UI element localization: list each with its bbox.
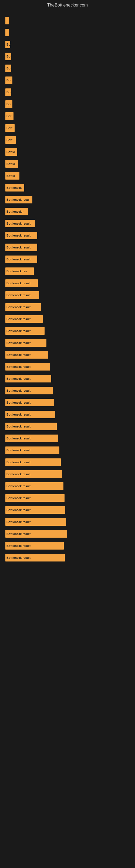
- bar-9: Bott: [5, 124, 14, 132]
- bar-33: Bottleneck result: [5, 411, 55, 418]
- bar-36: Bottleneck result: [5, 446, 59, 454]
- bar-28: Bottleneck result: [5, 351, 48, 359]
- bar-29: Bottleneck result: [5, 363, 50, 371]
- bar-2: Bo: [5, 41, 10, 48]
- bar-38: Bottleneck result: [5, 470, 62, 478]
- bar-13: Bottle: [5, 172, 19, 180]
- bar-22: Bottleneck result: [5, 279, 38, 287]
- bar-row: Bottleneck result: [5, 410, 130, 420]
- bar-row: Bottleneck result: [5, 493, 130, 503]
- bar-7: Bot: [5, 100, 12, 108]
- bar-44: Bottleneck result: [5, 542, 64, 550]
- bar-row: Bo: [5, 63, 130, 73]
- bar-31: Bottleneck result: [5, 387, 53, 394]
- bar-1: [5, 29, 9, 36]
- bar-37: Bottleneck result: [5, 458, 61, 466]
- bar-3: Bo: [5, 53, 11, 60]
- bar-row: Bottle: [5, 147, 130, 157]
- bar-39: Bottleneck result: [5, 482, 63, 490]
- bar-row: Bot: [5, 99, 130, 109]
- bar-row: Bottleneck: [5, 183, 130, 193]
- bar-21: Bottleneck res: [5, 268, 34, 275]
- bar-row: Bottleneck result: [5, 433, 130, 443]
- bar-row: Bott: [5, 123, 130, 133]
- bar-18: Bottleneck result: [5, 231, 37, 239]
- bar-row: Bottleneck result: [5, 314, 130, 324]
- bar-row: Bottle: [5, 159, 130, 169]
- bar-row: Bot: [5, 75, 130, 85]
- bar-row: Bo: [5, 52, 130, 61]
- bar-0: [5, 17, 9, 24]
- bar-row: Bottleneck result: [5, 398, 130, 407]
- bar-row: Bottleneck result: [5, 445, 130, 455]
- bar-row: Bottleneck result: [5, 386, 130, 396]
- bar-row: Bottleneck result: [5, 505, 130, 515]
- bar-25: Bottleneck result: [5, 315, 43, 323]
- bar-row: Bott: [5, 135, 130, 145]
- bar-row: Bottleneck result: [5, 541, 130, 551]
- bar-row: Bottleneck result: [5, 374, 130, 383]
- bar-row: Bottleneck result: [5, 326, 130, 336]
- site-title: TheBottlenecker.com: [0, 0, 135, 13]
- bar-16: Bottleneck r: [5, 208, 28, 215]
- bar-41: Bottleneck result: [5, 506, 65, 514]
- bar-row: Bottleneck result: [5, 422, 130, 431]
- bar-row: Bottleneck result: [5, 278, 130, 288]
- bar-row: Bottleneck result: [5, 529, 130, 539]
- bar-row: Bottleneck result: [5, 469, 130, 479]
- chart-area: BoBoBoBotBoBotBotBottBottBottleBottleBot…: [0, 13, 135, 567]
- bar-row: Bottleneck result: [5, 302, 130, 312]
- bar-23: Bottleneck result: [5, 291, 39, 299]
- bar-row: Bottleneck result: [5, 243, 130, 252]
- bar-30: Bottleneck result: [5, 375, 51, 382]
- bar-34: Bottleneck result: [5, 423, 57, 430]
- bar-row: [5, 28, 130, 37]
- bar-row: Bottleneck result: [5, 338, 130, 348]
- bar-5: Bot: [5, 76, 12, 84]
- bar-row: Bottleneck result: [5, 457, 130, 467]
- bar-19: Bottleneck result: [5, 244, 37, 251]
- bar-row: Bo: [5, 87, 130, 97]
- bar-row: Bottleneck result: [5, 362, 130, 372]
- bar-27: Bottleneck result: [5, 339, 46, 347]
- bar-row: Bottleneck result: [5, 481, 130, 491]
- bar-row: Bottleneck result: [5, 350, 130, 360]
- bar-14: Bottleneck: [5, 184, 24, 191]
- bar-32: Bottleneck result: [5, 399, 54, 406]
- bar-26: Bottleneck result: [5, 327, 45, 335]
- bar-20: Bottleneck result: [5, 255, 37, 263]
- bar-row: Bottleneck result: [5, 219, 130, 228]
- bar-43: Bottleneck result: [5, 530, 67, 538]
- bar-35: Bottleneck result: [5, 435, 58, 442]
- bar-6: Bo: [5, 88, 11, 96]
- bar-24: Bottleneck result: [5, 303, 41, 311]
- bar-row: Bottleneck result: [5, 553, 130, 563]
- bar-row: Bottleneck res: [5, 267, 130, 276]
- bar-4: Bo: [5, 65, 11, 72]
- bar-row: Bottleneck r: [5, 207, 130, 216]
- bar-10: Bott: [5, 136, 16, 144]
- bar-row: [5, 16, 130, 26]
- bar-8: Bot: [5, 112, 13, 120]
- bar-15: Bottleneck resu: [5, 196, 32, 204]
- bar-42: Bottleneck result: [5, 518, 66, 526]
- bar-row: Bottle: [5, 171, 130, 181]
- bar-row: Bottleneck result: [5, 517, 130, 527]
- bar-row: Bottleneck result: [5, 230, 130, 240]
- bar-11: Bottle: [5, 148, 17, 156]
- bar-row: Bottleneck result: [5, 254, 130, 264]
- bar-45: Bottleneck result: [5, 554, 65, 561]
- bar-12: Bottle: [5, 160, 18, 167]
- bar-row: Bottleneck resu: [5, 195, 130, 205]
- bar-40: Bottleneck result: [5, 494, 64, 502]
- bar-row: Bot: [5, 111, 130, 121]
- bar-row: Bottleneck result: [5, 290, 130, 300]
- bar-17: Bottleneck result: [5, 220, 35, 227]
- bar-row: Bo: [5, 40, 130, 50]
